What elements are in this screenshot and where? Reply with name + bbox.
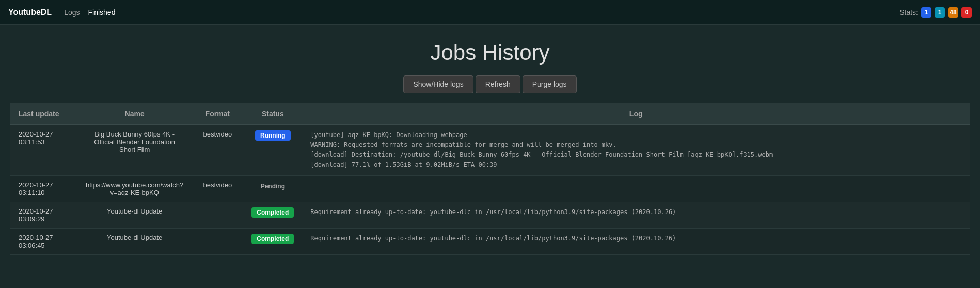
- cell-name: Youtube-dl Update: [77, 202, 192, 228]
- jobs-table: Last update Name Format Status Log 2020-…: [10, 103, 970, 255]
- log-content: [youtube] aqz-KE-bpKQ: Downloading webpa…: [310, 130, 961, 170]
- cell-log: Requirement already up-to-date: youtube-…: [302, 202, 970, 228]
- cell-name: Youtube-dl Update: [77, 228, 192, 254]
- cell-log: Requirement already up-to-date: youtube-…: [302, 228, 970, 254]
- status-badge: Completed: [251, 234, 294, 244]
- cell-last-update: 2020-10-27 03:09:29: [10, 202, 77, 228]
- stats-label: Stats:: [899, 8, 918, 17]
- table-row: 2020-10-27 03:11:53Big Buck Bunny 60fps …: [10, 125, 970, 175]
- table-row: 2020-10-27 03:09:29Youtube-dl UpdateComp…: [10, 202, 970, 228]
- cell-format: [192, 202, 243, 228]
- cell-log: [302, 175, 970, 202]
- cell-format: bestvideo: [192, 125, 243, 175]
- table-row: 2020-10-27 03:11:10https://www.youtube.c…: [10, 175, 970, 202]
- cell-name: https://www.youtube.com/watch?v=aqz-KE-b…: [77, 175, 192, 202]
- stat-badge-4: 0: [961, 7, 972, 18]
- log-content: Requirement already up-to-date: youtube-…: [310, 207, 961, 217]
- navbar: YoutubeDL Logs Finished Stats: 1 1 48 0: [0, 0, 980, 25]
- col-log: Log: [302, 103, 970, 125]
- cell-name: Big Buck Bunny 60fps 4K - Official Blend…: [77, 125, 192, 175]
- cell-last-update: 2020-10-27 03:11:10: [10, 175, 77, 202]
- navbar-brand[interactable]: YoutubeDL: [8, 8, 52, 17]
- show-hide-logs-button[interactable]: Show/Hide logs: [403, 75, 473, 93]
- navbar-links: Logs Finished: [64, 8, 899, 17]
- main-content: Jobs History Show/Hide logs Refresh Purg…: [0, 25, 980, 265]
- col-last-update: Last update: [10, 103, 77, 125]
- table-header-row: Last update Name Format Status Log: [10, 103, 970, 125]
- cell-format: [192, 228, 243, 254]
- cell-status: Completed: [243, 228, 302, 254]
- cell-format: bestvideo: [192, 175, 243, 202]
- col-format: Format: [192, 103, 243, 125]
- purge-logs-button[interactable]: Purge logs: [523, 75, 577, 93]
- col-name: Name: [77, 103, 192, 125]
- log-content: Requirement already up-to-date: youtube-…: [310, 234, 961, 244]
- cell-status: Completed: [243, 202, 302, 228]
- stat-badge-1: 1: [921, 7, 931, 18]
- status-badge: Running: [255, 130, 291, 141]
- navbar-link-logs[interactable]: Logs: [64, 8, 80, 17]
- cell-status: Pending: [243, 175, 302, 202]
- col-status: Status: [243, 103, 302, 125]
- cell-last-update: 2020-10-27 03:06:45: [10, 228, 77, 254]
- page-title: Jobs History: [10, 40, 970, 65]
- action-buttons: Show/Hide logs Refresh Purge logs: [10, 75, 970, 93]
- table-row: 2020-10-27 03:06:45Youtube-dl UpdateComp…: [10, 228, 970, 254]
- cell-status: Running: [243, 125, 302, 175]
- status-badge: Completed: [251, 207, 294, 218]
- stat-badge-3: 48: [948, 7, 958, 18]
- table-header: Last update Name Format Status Log: [10, 103, 970, 125]
- cell-last-update: 2020-10-27 03:11:53: [10, 125, 77, 175]
- navbar-link-finished[interactable]: Finished: [88, 8, 116, 17]
- stat-badge-2: 1: [935, 7, 945, 18]
- table-body: 2020-10-27 03:11:53Big Buck Bunny 60fps …: [10, 125, 970, 254]
- cell-log: [youtube] aqz-KE-bpKQ: Downloading webpa…: [302, 125, 970, 175]
- status-badge: Pending: [256, 181, 290, 191]
- refresh-button[interactable]: Refresh: [476, 75, 520, 93]
- navbar-stats: Stats: 1 1 48 0: [899, 7, 972, 18]
